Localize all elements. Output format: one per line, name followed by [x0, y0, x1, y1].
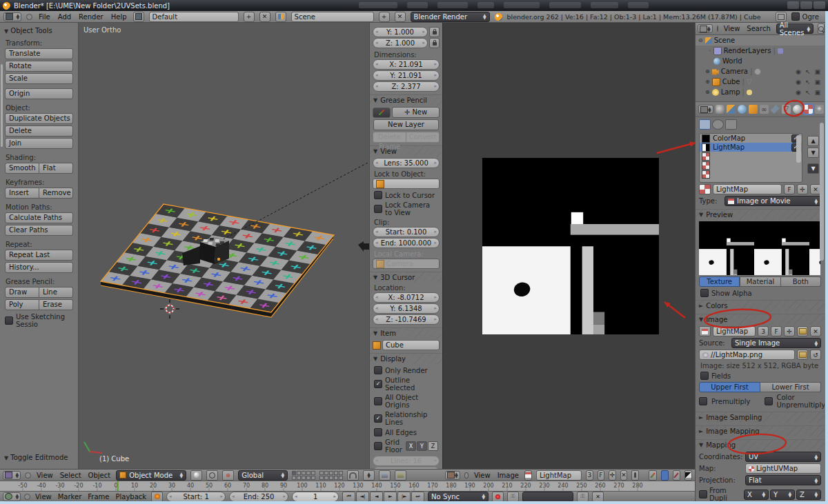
- viewport-pin-icon[interactable]: [25, 472, 31, 478]
- texture-new-button[interactable]: ✛: [797, 184, 808, 194]
- remove-keyframe-button[interactable]: Remove: [39, 188, 73, 199]
- orientation-dropdown[interactable]: Global▲▼: [238, 470, 288, 481]
- lock-z-icon[interactable]: [429, 38, 440, 48]
- lock-to-cursor-checkbox[interactable]: [374, 191, 382, 199]
- vp-menu-view[interactable]: View: [35, 472, 55, 479]
- layer-toggle[interactable]: [297, 476, 301, 480]
- history-button[interactable]: History...: [5, 262, 73, 273]
- world-texture-context-icon[interactable]: [712, 119, 724, 130]
- slot-specials-dropdown[interactable]: ▼: [807, 163, 819, 174]
- insert-keyframe-button[interactable]: Insert: [5, 188, 39, 199]
- timeline-editor-selector[interactable]: ▲▼: [3, 492, 21, 501]
- delete-keyframe-icon[interactable]: ✕: [592, 492, 604, 502]
- texture-type-dropdown[interactable]: Image or Movie▲▼: [724, 196, 821, 206]
- menu-help[interactable]: Help: [110, 13, 128, 21]
- frame-start-field[interactable]: Start: 1: [166, 492, 226, 502]
- preview-material-button[interactable]: Material: [740, 276, 780, 287]
- image-panel-header[interactable]: ▼Image: [696, 314, 825, 325]
- tab-world-icon[interactable]: [738, 105, 747, 114]
- lamp-selectability-icon[interactable]: ↖: [805, 89, 811, 96]
- path-reload-button[interactable]: ↺: [810, 350, 821, 360]
- editor-type-selector[interactable]: ▲▼: [3, 12, 21, 21]
- cube-render-icon[interactable]: ▣: [814, 79, 820, 85]
- use-preview-range-icon[interactable]: [151, 492, 163, 502]
- keying-set-field[interactable]: [522, 492, 573, 502]
- display-panel-header[interactable]: ▼Display: [370, 353, 442, 364]
- render-engine-dropdown[interactable]: Blender Render▲▼: [411, 12, 490, 22]
- uv-menu-view[interactable]: View: [473, 472, 492, 479]
- uv-image-name-field[interactable]: LightMap: [536, 470, 582, 481]
- lock-camera-checkbox[interactable]: [374, 205, 382, 213]
- brush-texture-context-icon[interactable]: [725, 119, 737, 130]
- lock-to-object-field[interactable]: [373, 179, 440, 189]
- tab-object-icon[interactable]: [749, 105, 758, 114]
- texture-browse-icon[interactable]: [699, 184, 711, 194]
- outliner-pin-icon[interactable]: [717, 26, 718, 32]
- uv-map-field[interactable]: LightUVMap: [745, 463, 821, 474]
- colors-panel-header[interactable]: ►Colors: [696, 300, 825, 311]
- layer-toggle[interactable]: [339, 476, 343, 480]
- dimension-x-field[interactable]: X: 21.091: [373, 59, 440, 70]
- translate-button[interactable]: Translate: [5, 48, 73, 59]
- uv-image-unlink-button[interactable]: ✕: [620, 470, 628, 481]
- material-texture-context-icon[interactable]: [699, 119, 711, 130]
- uv-paint-mode-icon[interactable]: [649, 470, 656, 481]
- layer-toggle[interactable]: [334, 476, 338, 480]
- mode-dropdown[interactable]: Object Mode▲▼: [116, 470, 186, 481]
- properties-editor-selector[interactable]: ▲▼: [698, 105, 713, 114]
- texture-name-field[interactable]: LightMap: [713, 184, 782, 194]
- image-sampling-panel-header[interactable]: ►Image Sampling: [696, 412, 825, 423]
- snap-magnet-button[interactable]: [347, 470, 359, 481]
- gp-erase-button[interactable]: Erase: [39, 299, 73, 310]
- scale-button[interactable]: Scale: [5, 73, 73, 84]
- path-browse-button[interactable]: [797, 350, 808, 360]
- outliner-menu-view[interactable]: View: [722, 25, 742, 32]
- auto-keyframe-button[interactable]: [492, 492, 504, 502]
- sketching-sessions-checkbox[interactable]: [5, 316, 13, 325]
- cursor-z-field[interactable]: Z: -10.7469: [373, 314, 440, 325]
- grid-axis-x-toggle[interactable]: X: [406, 441, 416, 451]
- gp-new-layer-button[interactable]: New Layer: [373, 119, 439, 130]
- 3d-cursor-panel-header[interactable]: ▼3D Cursor: [370, 272, 442, 283]
- gp-delete-frame-button[interactable]: Delete Frame: [373, 132, 406, 143]
- item-panel-header[interactable]: ▼Item: [370, 327, 442, 339]
- uv-image-new-button[interactable]: ✛: [609, 470, 616, 481]
- uv-image-editor[interactable]: [442, 23, 695, 469]
- play-reverse-button[interactable]: ◄: [370, 492, 383, 502]
- uv-menu-image[interactable]: Image: [496, 472, 520, 479]
- axis-x-dropdown[interactable]: X▲▼: [744, 490, 769, 500]
- manipulator-toggle[interactable]: ⊕: [222, 470, 234, 481]
- gp-new-button[interactable]: ✛ New: [392, 107, 440, 118]
- axis-y-dropdown[interactable]: Y▲▼: [770, 490, 795, 500]
- prev-keyframe-button[interactable]: ◄|: [356, 492, 369, 502]
- menu-file[interactable]: File: [37, 13, 52, 21]
- tab-object-data-icon[interactable]: ▽: [782, 105, 791, 114]
- outliner-item-world[interactable]: World: [696, 56, 825, 66]
- opengl-render-anim-button[interactable]: [395, 470, 406, 481]
- tab-constraints-icon[interactable]: ∞: [760, 105, 769, 114]
- all-origins-checkbox[interactable]: [374, 397, 382, 405]
- upper-first-button[interactable]: Upper First: [699, 382, 760, 392]
- image-source-dropdown[interactable]: Single Image▲▼: [731, 338, 821, 348]
- close-scene-button[interactable]: ✕: [395, 12, 406, 22]
- screen-layout-field[interactable]: Default: [149, 12, 239, 22]
- lamp-visibility-eye-icon[interactable]: ◉: [796, 89, 801, 96]
- timeline-ruler[interactable]: -50-40-30-20-100102030405060708090100110…: [0, 481, 695, 491]
- keying-icon[interactable]: ⚿: [507, 492, 519, 502]
- image-path-field[interactable]: //LightMap.png: [699, 350, 795, 360]
- lamp-render-icon[interactable]: ▣: [814, 89, 820, 96]
- grid-lines-field[interactable]: Lines: 16: [373, 456, 440, 466]
- mapping-panel-header[interactable]: ▼Mapping: [696, 439, 825, 450]
- dimension-y-field[interactable]: Y: 21.091: [373, 70, 440, 81]
- play-button[interactable]: ►: [384, 492, 397, 502]
- outliner-item-cube[interactable]: ⊕ Cube| ▽ ◉↖▣: [696, 77, 825, 87]
- search-icon[interactable]: [818, 23, 825, 34]
- relationship-lines-checkbox[interactable]: [374, 414, 382, 423]
- header-pin-icon[interactable]: [26, 14, 32, 20]
- lower-first-button[interactable]: Lower First: [760, 382, 821, 392]
- object-tools-panel-header[interactable]: ▼ Object Tools: [4, 27, 74, 34]
- flat-button[interactable]: Flat: [39, 163, 73, 174]
- add-scene-button[interactable]: +: [379, 12, 390, 22]
- image-mapping-panel-header[interactable]: ►Image Mapping: [696, 425, 825, 436]
- empty-slot-icon[interactable]: [702, 161, 710, 170]
